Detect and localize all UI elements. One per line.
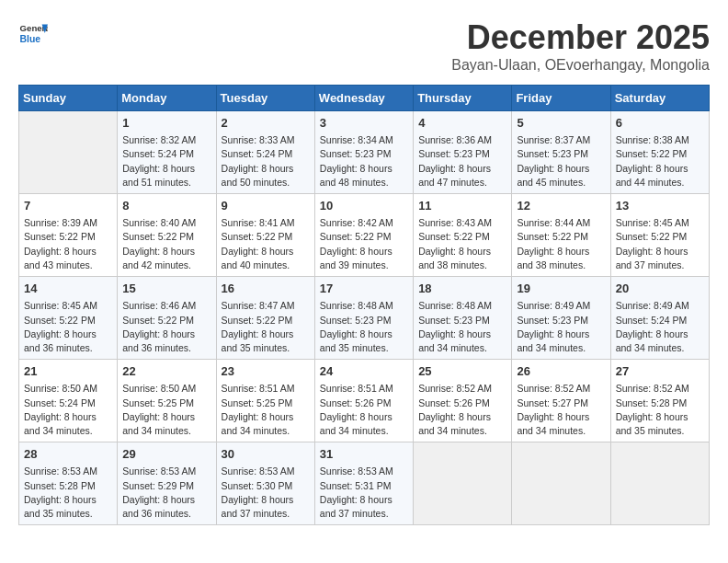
day-info: Sunrise: 8:41 AMSunset: 5:22 PMDaylight:… xyxy=(222,216,310,272)
calendar-header: SundayMondayTuesdayWednesdayThursdayFrid… xyxy=(19,86,710,111)
calendar-cell xyxy=(610,442,709,525)
calendar-week-2: 7Sunrise: 8:39 AMSunset: 5:22 PMDaylight… xyxy=(19,194,710,277)
calendar-body: 1Sunrise: 8:32 AMSunset: 5:24 PMDaylight… xyxy=(19,111,710,525)
day-info: Sunrise: 8:43 AMSunset: 5:22 PMDaylight:… xyxy=(418,216,506,272)
calendar-cell: 31Sunrise: 8:53 AMSunset: 5:31 PMDayligh… xyxy=(314,442,413,525)
day-info: Sunrise: 8:32 AMSunset: 5:24 PMDaylight:… xyxy=(122,133,210,190)
day-number: 18 xyxy=(418,281,506,297)
page-header: General Blue December 2025 Bayan-Ulaan, … xyxy=(18,18,710,81)
day-info: Sunrise: 8:45 AMSunset: 5:22 PMDaylight:… xyxy=(616,216,704,272)
day-info: Sunrise: 8:39 AMSunset: 5:22 PMDaylight:… xyxy=(24,216,112,272)
day-number: 5 xyxy=(517,115,605,132)
day-info: Sunrise: 8:53 AMSunset: 5:28 PMDaylight:… xyxy=(24,465,112,521)
header-day-sunday: Sunday xyxy=(19,86,118,111)
header-row: SundayMondayTuesdayWednesdayThursdayFrid… xyxy=(19,86,710,111)
calendar-title: December 2025 xyxy=(451,18,710,57)
day-info: Sunrise: 8:52 AMSunset: 5:26 PMDaylight:… xyxy=(418,382,506,438)
day-info: Sunrise: 8:40 AMSunset: 5:22 PMDaylight:… xyxy=(122,216,210,272)
day-number: 16 xyxy=(222,281,310,297)
svg-text:Blue: Blue xyxy=(20,34,41,44)
calendar-week-4: 21Sunrise: 8:50 AMSunset: 5:24 PMDayligh… xyxy=(19,360,710,442)
calendar-cell: 26Sunrise: 8:52 AMSunset: 5:27 PMDayligh… xyxy=(512,360,610,442)
calendar-cell: 30Sunrise: 8:53 AMSunset: 5:30 PMDayligh… xyxy=(216,442,314,525)
day-info: Sunrise: 8:48 AMSunset: 5:23 PMDaylight:… xyxy=(320,299,408,355)
calendar-cell: 29Sunrise: 8:53 AMSunset: 5:29 PMDayligh… xyxy=(118,442,216,525)
day-info: Sunrise: 8:36 AMSunset: 5:23 PMDaylight:… xyxy=(418,133,506,190)
day-info: Sunrise: 8:33 AMSunset: 5:24 PMDaylight:… xyxy=(222,133,310,190)
day-info: Sunrise: 8:50 AMSunset: 5:24 PMDaylight:… xyxy=(24,382,112,438)
day-number: 2 xyxy=(222,115,310,132)
day-info: Sunrise: 8:53 AMSunset: 5:29 PMDaylight:… xyxy=(122,465,210,521)
calendar-cell: 18Sunrise: 8:48 AMSunset: 5:23 PMDayligh… xyxy=(414,277,512,360)
calendar-cell xyxy=(512,442,610,525)
day-number: 31 xyxy=(320,446,408,463)
calendar-cell: 19Sunrise: 8:49 AMSunset: 5:23 PMDayligh… xyxy=(512,277,610,360)
calendar-cell: 13Sunrise: 8:45 AMSunset: 5:22 PMDayligh… xyxy=(610,194,709,277)
day-number: 29 xyxy=(122,446,210,463)
day-number: 13 xyxy=(616,198,704,214)
header-day-thursday: Thursday xyxy=(414,86,512,111)
calendar-cell xyxy=(414,442,512,525)
calendar-cell: 5Sunrise: 8:37 AMSunset: 5:23 PMDaylight… xyxy=(512,111,610,194)
calendar-cell: 11Sunrise: 8:43 AMSunset: 5:22 PMDayligh… xyxy=(414,194,512,277)
calendar-cell: 27Sunrise: 8:52 AMSunset: 5:28 PMDayligh… xyxy=(610,360,709,442)
day-info: Sunrise: 8:50 AMSunset: 5:25 PMDaylight:… xyxy=(122,382,210,438)
day-number: 26 xyxy=(517,363,605,380)
day-info: Sunrise: 8:51 AMSunset: 5:26 PMDaylight:… xyxy=(320,382,408,438)
day-number: 25 xyxy=(418,363,506,380)
day-info: Sunrise: 8:51 AMSunset: 5:25 PMDaylight:… xyxy=(222,382,310,438)
logo: General Blue xyxy=(18,18,51,48)
day-number: 20 xyxy=(616,281,704,297)
calendar-week-5: 28Sunrise: 8:53 AMSunset: 5:28 PMDayligh… xyxy=(19,442,710,525)
day-info: Sunrise: 8:38 AMSunset: 5:22 PMDaylight:… xyxy=(616,133,704,190)
day-info: Sunrise: 8:46 AMSunset: 5:22 PMDaylight:… xyxy=(122,299,210,355)
header-day-monday: Monday xyxy=(118,86,216,111)
day-number: 7 xyxy=(24,198,112,214)
calendar-cell: 9Sunrise: 8:41 AMSunset: 5:22 PMDaylight… xyxy=(216,194,314,277)
header-day-friday: Friday xyxy=(512,86,610,111)
day-info: Sunrise: 8:52 AMSunset: 5:27 PMDaylight:… xyxy=(517,382,605,438)
title-area: December 2025 Bayan-Ulaan, OEvoerhangay,… xyxy=(451,18,710,81)
day-info: Sunrise: 8:52 AMSunset: 5:28 PMDaylight:… xyxy=(616,382,704,438)
calendar-week-3: 14Sunrise: 8:45 AMSunset: 5:22 PMDayligh… xyxy=(19,277,710,360)
header-day-tuesday: Tuesday xyxy=(216,86,314,111)
day-number: 10 xyxy=(320,198,408,214)
day-number: 30 xyxy=(222,446,310,463)
day-number: 19 xyxy=(517,281,605,297)
calendar-cell: 28Sunrise: 8:53 AMSunset: 5:28 PMDayligh… xyxy=(19,442,118,525)
calendar-cell: 8Sunrise: 8:40 AMSunset: 5:22 PMDaylight… xyxy=(118,194,216,277)
day-info: Sunrise: 8:37 AMSunset: 5:23 PMDaylight:… xyxy=(517,133,605,190)
day-number: 8 xyxy=(122,198,210,214)
day-info: Sunrise: 8:53 AMSunset: 5:31 PMDaylight:… xyxy=(320,465,408,521)
calendar-table: SundayMondayTuesdayWednesdayThursdayFrid… xyxy=(18,85,710,525)
day-number: 11 xyxy=(418,198,506,214)
day-info: Sunrise: 8:49 AMSunset: 5:24 PMDaylight:… xyxy=(616,299,704,355)
calendar-cell: 12Sunrise: 8:44 AMSunset: 5:22 PMDayligh… xyxy=(512,194,610,277)
calendar-cell: 6Sunrise: 8:38 AMSunset: 5:22 PMDaylight… xyxy=(610,111,709,194)
logo-icon: General Blue xyxy=(18,18,48,48)
calendar-cell: 23Sunrise: 8:51 AMSunset: 5:25 PMDayligh… xyxy=(216,360,314,442)
day-number: 17 xyxy=(320,281,408,297)
calendar-cell: 10Sunrise: 8:42 AMSunset: 5:22 PMDayligh… xyxy=(314,194,413,277)
day-info: Sunrise: 8:48 AMSunset: 5:23 PMDaylight:… xyxy=(418,299,506,355)
day-number: 21 xyxy=(24,363,112,380)
calendar-week-1: 1Sunrise: 8:32 AMSunset: 5:24 PMDaylight… xyxy=(19,111,710,194)
day-number: 1 xyxy=(122,115,210,132)
day-number: 9 xyxy=(222,198,310,214)
day-info: Sunrise: 8:45 AMSunset: 5:22 PMDaylight:… xyxy=(24,299,112,355)
calendar-cell: 4Sunrise: 8:36 AMSunset: 5:23 PMDaylight… xyxy=(414,111,512,194)
calendar-cell: 3Sunrise: 8:34 AMSunset: 5:23 PMDaylight… xyxy=(314,111,413,194)
calendar-cell: 14Sunrise: 8:45 AMSunset: 5:22 PMDayligh… xyxy=(19,277,118,360)
calendar-cell: 21Sunrise: 8:50 AMSunset: 5:24 PMDayligh… xyxy=(19,360,118,442)
day-number: 3 xyxy=(320,115,408,132)
day-number: 14 xyxy=(24,281,112,297)
calendar-subtitle: Bayan-Ulaan, OEvoerhangay, Mongolia xyxy=(451,57,710,74)
calendar-cell xyxy=(19,111,118,194)
calendar-cell: 17Sunrise: 8:48 AMSunset: 5:23 PMDayligh… xyxy=(314,277,413,360)
calendar-cell: 16Sunrise: 8:47 AMSunset: 5:22 PMDayligh… xyxy=(216,277,314,360)
calendar-cell: 24Sunrise: 8:51 AMSunset: 5:26 PMDayligh… xyxy=(314,360,413,442)
header-day-saturday: Saturday xyxy=(610,86,709,111)
calendar-cell: 25Sunrise: 8:52 AMSunset: 5:26 PMDayligh… xyxy=(414,360,512,442)
day-number: 23 xyxy=(222,363,310,380)
calendar-cell: 15Sunrise: 8:46 AMSunset: 5:22 PMDayligh… xyxy=(118,277,216,360)
